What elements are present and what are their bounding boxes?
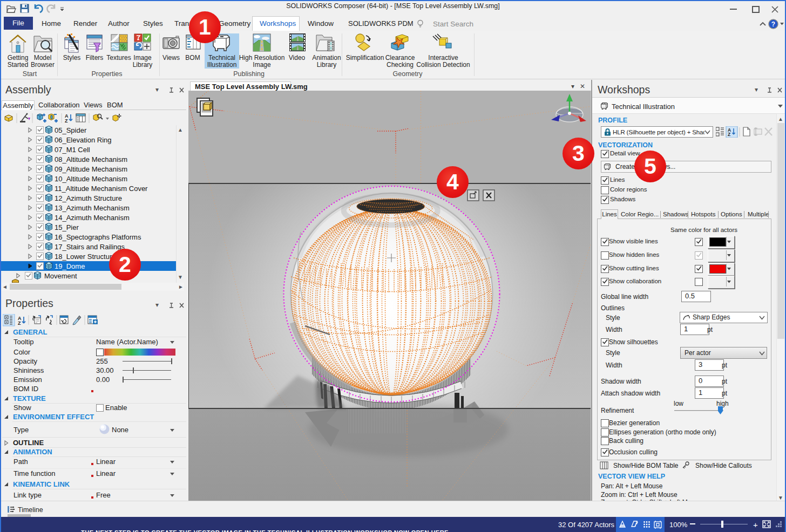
svg-text:Z: Z <box>728 132 730 137</box>
svg-text:Z: Z <box>65 118 68 124</box>
svg-text:Z: Z <box>18 320 21 326</box>
svg-text:?: ? <box>771 21 775 28</box>
